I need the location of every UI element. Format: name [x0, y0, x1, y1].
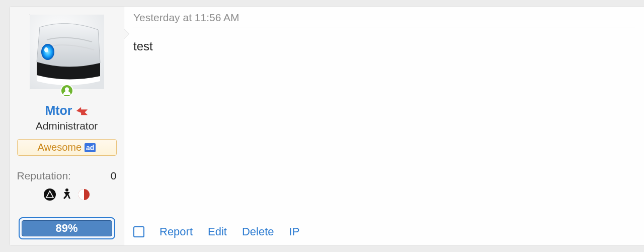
delete-link[interactable]: Delete — [242, 225, 274, 238]
reputation-value: 0 — [111, 170, 117, 182]
svg-point-6 — [65, 188, 68, 192]
forum-post: Mtor Administrator Awesome ad Reputation… — [9, 6, 644, 246]
post-body: test — [133, 28, 635, 225]
presence-indicator — [60, 84, 73, 97]
user-sidebar: Mtor Administrator Awesome ad Reputation… — [10, 7, 124, 245]
svg-point-1 — [41, 44, 54, 60]
post-actions: Report Edit Delete IP — [133, 225, 635, 238]
ad-chip: ad — [85, 143, 96, 152]
progress-value: 89% — [22, 220, 112, 236]
user-banner-text: Awesome — [38, 142, 82, 153]
contrast-icon — [77, 188, 91, 201]
edit-link[interactable]: Edit — [208, 225, 227, 238]
ip-link[interactable]: IP — [289, 225, 300, 238]
user-role: Administrator — [36, 120, 98, 132]
triangle-badge-icon — [43, 188, 56, 201]
select-post-checkbox[interactable] — [133, 226, 144, 237]
pointer-notch — [124, 29, 129, 39]
accessibility-icon — [60, 188, 73, 201]
avatar[interactable] — [30, 15, 104, 89]
username-row: Mtor — [45, 103, 88, 118]
post-timestamp[interactable]: Yesterday at 11:56 AM — [133, 12, 635, 28]
svg-point-2 — [44, 47, 48, 52]
reputation-label: Reputation: — [17, 170, 71, 182]
user-banner: Awesome ad — [17, 139, 117, 156]
reputation-row: Reputation: 0 — [17, 170, 117, 182]
svg-point-4 — [65, 87, 69, 91]
avatar-wrap — [30, 15, 104, 89]
username-link[interactable]: Mtor — [45, 103, 72, 118]
post-main: Yesterday at 11:56 AM test Report Edit D… — [124, 7, 644, 245]
progress-bar[interactable]: 89% — [19, 217, 115, 239]
user-badge-icons — [43, 188, 91, 201]
user-flag-icon — [75, 106, 89, 116]
report-link[interactable]: Report — [159, 225, 193, 238]
